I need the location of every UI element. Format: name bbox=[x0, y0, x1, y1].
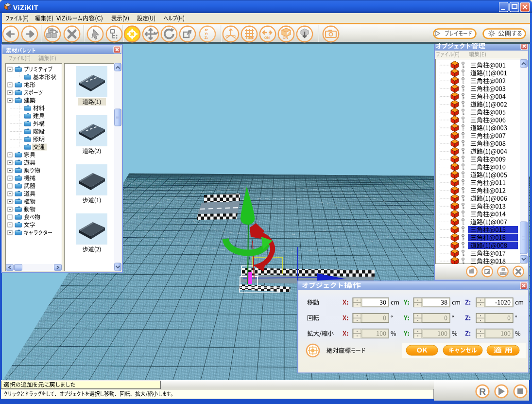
svg-text:R: R bbox=[479, 386, 486, 397]
svg-text:ON: ON bbox=[264, 35, 270, 40]
svg-text:ON: ON bbox=[248, 36, 254, 40]
svg-text:ON: ON bbox=[283, 35, 288, 40]
svg-text:Z:: Z: bbox=[205, 35, 208, 40]
